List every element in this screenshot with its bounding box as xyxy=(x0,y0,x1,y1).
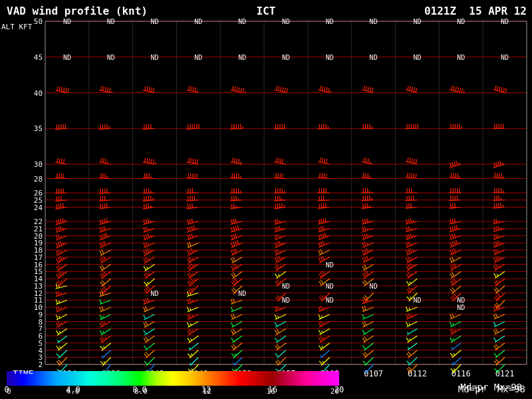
colorbar-label-16: 16 xyxy=(267,387,275,396)
colorbar-label-12: 12 xyxy=(203,387,211,396)
colorbar-label-8: 8.0 xyxy=(134,387,148,396)
colorbar-container: 0 4.0 8.0 12 16 20 xyxy=(7,374,339,396)
main-container: VAD wind profile (knt) ICT 0121Z 15 APR … xyxy=(0,0,532,399)
md-mx-label: Md=pr Mx=98 xyxy=(460,382,522,392)
colorbar xyxy=(7,374,339,386)
colorbar-label-20: 20 xyxy=(331,387,339,396)
colorbar-labels: 0 4.0 8.0 12 16 20 xyxy=(7,387,339,396)
colorbar-label-4: 4.0 xyxy=(66,387,79,396)
colorbar-area: 0 4.0 8.0 12 16 20 Md=pr Mx=98 xyxy=(0,370,532,399)
wind-profile-chart xyxy=(0,0,532,399)
colorbar-label-0: 0 xyxy=(7,387,11,396)
